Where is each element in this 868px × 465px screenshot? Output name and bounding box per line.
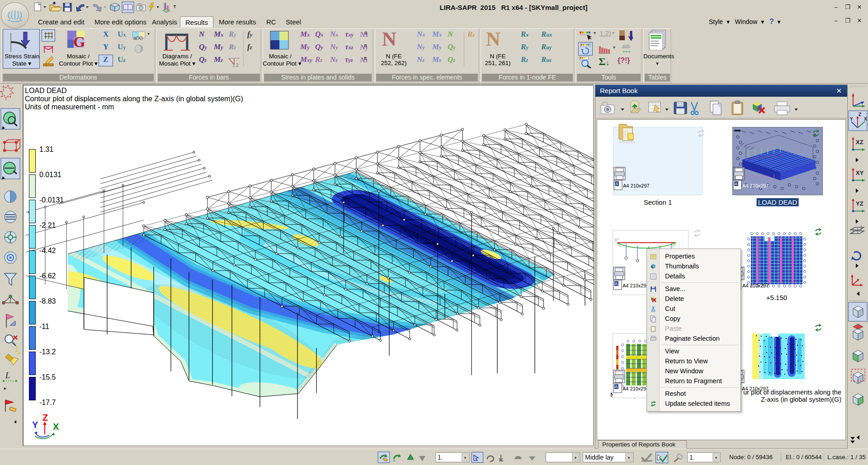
svg-text:XZ: XZ xyxy=(856,139,863,146)
svg-text:L: L xyxy=(5,371,10,380)
svg-text:Y: Y xyxy=(32,420,38,430)
svg-text:A: A xyxy=(735,182,737,186)
svg-text:Σ: Σ xyxy=(393,457,396,462)
svg-text:A: A xyxy=(615,385,618,389)
svg-text:Y: Y xyxy=(850,117,853,122)
svg-text:YZ: YZ xyxy=(856,200,863,207)
svg-text:Z: Z xyxy=(42,413,48,423)
svg-text:X: X xyxy=(53,422,59,432)
svg-text:A: A xyxy=(615,182,618,186)
svg-text:a(X): a(X) xyxy=(133,35,143,40)
svg-text:G: G xyxy=(73,33,85,50)
svg-text:A: A xyxy=(615,282,618,286)
svg-text:Z: Z xyxy=(859,112,861,117)
svg-text:+++: +++ xyxy=(623,49,631,54)
svg-text:XY: XY xyxy=(856,169,864,176)
svg-text:1.2: 1.2 xyxy=(232,63,239,67)
svg-text:X: X xyxy=(864,117,867,122)
